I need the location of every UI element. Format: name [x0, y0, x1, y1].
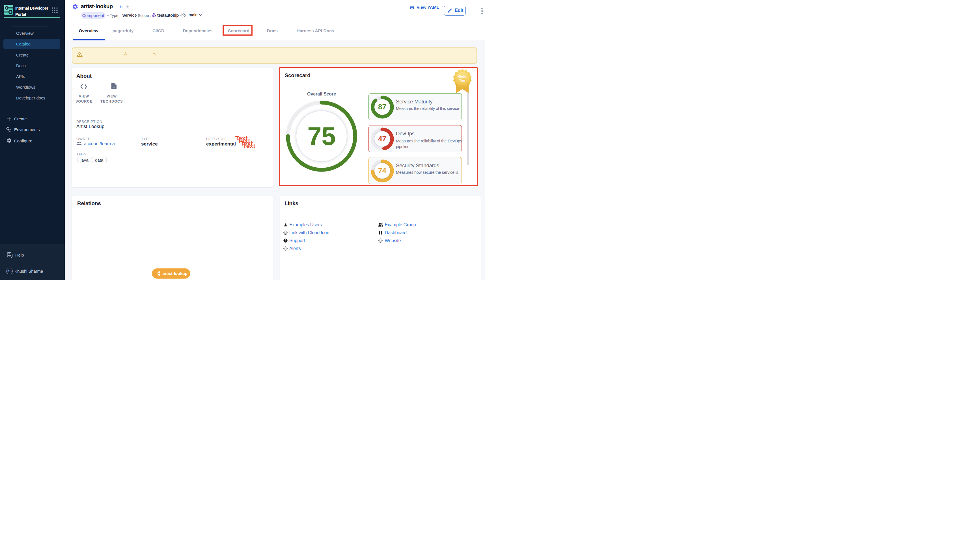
svg-text:Gold: Gold	[458, 74, 467, 78]
svg-text:?: ?	[8, 253, 10, 255]
svg-text:Tier: Tier	[459, 78, 466, 82]
